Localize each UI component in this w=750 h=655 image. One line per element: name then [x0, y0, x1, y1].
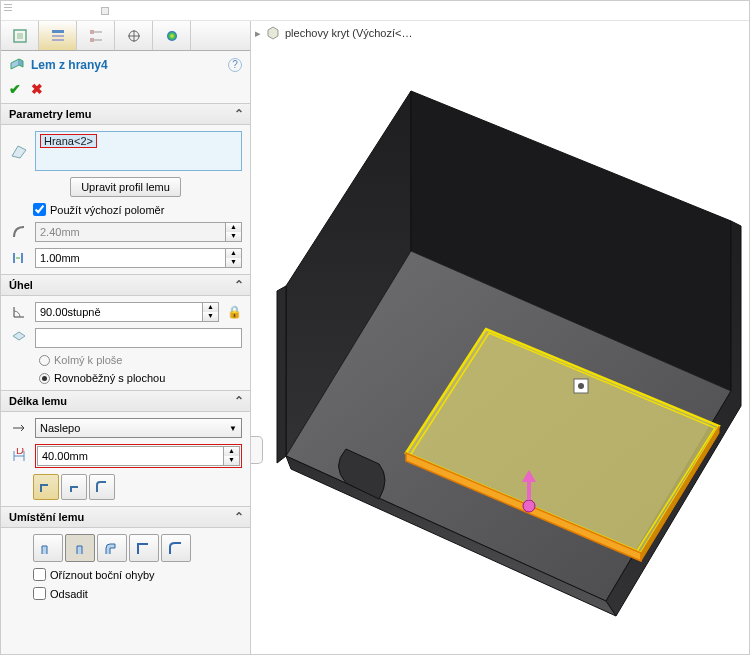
- feature-title: Lem z hrany4: [31, 58, 108, 72]
- edge-flange-icon: [9, 57, 25, 73]
- position-material-outside-button[interactable]: [65, 534, 95, 562]
- svg-point-12: [578, 383, 584, 389]
- use-default-radius-checkbox[interactable]: Použít výchozí poloměr: [9, 203, 242, 216]
- bend-radius-icon: [9, 224, 29, 240]
- svg-rect-4: [52, 39, 64, 41]
- panel-resize-handle[interactable]: [251, 436, 263, 464]
- angle-icon: [9, 304, 29, 320]
- tab-display-manager[interactable]: [153, 21, 191, 50]
- svg-rect-3: [52, 35, 64, 37]
- help-icon[interactable]: ?: [228, 58, 242, 72]
- edit-flange-profile-button[interactable]: Upravit profil lemu: [70, 177, 181, 197]
- position-virtual-sharp-button[interactable]: [129, 534, 159, 562]
- section-flange-parameters-header[interactable]: Parametry lemu ⌃: [1, 103, 250, 125]
- model-preview: [271, 61, 750, 641]
- svg-rect-6: [90, 38, 94, 42]
- flange-length-input[interactable]: [37, 446, 224, 466]
- spinner-buttons[interactable]: ▲▼: [203, 302, 219, 322]
- lock-icon[interactable]: 🔒: [227, 305, 242, 319]
- spinner-buttons[interactable]: ▲▼: [226, 248, 242, 268]
- svg-text:D: D: [16, 448, 24, 456]
- length-ref-outer-virtual-button[interactable]: [33, 474, 59, 500]
- chevron-up-icon: ⌃: [234, 394, 244, 408]
- svg-rect-5: [90, 30, 94, 34]
- window-handle-icon: [101, 7, 109, 15]
- gap-distance-input[interactable]: [35, 248, 226, 268]
- edge-selection-icon: [9, 142, 29, 160]
- breadcrumb-caret-icon[interactable]: ▸: [255, 27, 261, 40]
- section-title: Délka lemu: [9, 395, 67, 407]
- spinner-buttons[interactable]: ▲▼: [224, 446, 240, 466]
- chevron-up-icon: ⌃: [234, 510, 244, 524]
- cancel-button[interactable]: ✖: [31, 81, 43, 97]
- breadcrumb: ▸ plechovy kryt (Výchozí<…: [255, 25, 412, 41]
- position-tangent-button[interactable]: [161, 534, 191, 562]
- edge-selection-list[interactable]: Hrana<2>: [35, 131, 242, 171]
- angle-input[interactable]: [35, 302, 203, 322]
- tab-feature-manager[interactable]: [1, 21, 39, 50]
- section-title: Parametry lemu: [9, 108, 92, 120]
- length-ref-tangent-button[interactable]: [89, 474, 115, 500]
- gap-distance-icon: [9, 250, 29, 266]
- end-condition-icon: [9, 420, 29, 436]
- part-icon: [265, 25, 281, 41]
- chevron-up-icon: ⌃: [234, 278, 244, 292]
- spinner-buttons: ▲▼: [226, 222, 242, 242]
- section-flange-length-header[interactable]: Délka lemu ⌃: [1, 390, 250, 412]
- section-angle-header[interactable]: Úhel ⌃: [1, 274, 250, 296]
- trim-side-bends-checkbox[interactable]: Oříznout boční ohyby: [9, 568, 242, 581]
- svg-point-8: [167, 31, 177, 41]
- section-title: Úhel: [9, 279, 33, 291]
- tab-configuration-manager[interactable]: [77, 21, 115, 50]
- offset-checkbox[interactable]: Odsadit: [9, 587, 242, 600]
- face-select-icon: [9, 330, 29, 346]
- chevron-up-icon: ⌃: [234, 107, 244, 121]
- position-bend-outside-button[interactable]: [97, 534, 127, 562]
- reference-face-input[interactable]: [35, 328, 242, 348]
- length-icon: D: [9, 448, 29, 464]
- graphics-viewport[interactable]: ▸ plechovy kryt (Výchozí<…: [251, 21, 749, 655]
- section-title: Umístění lemu: [9, 511, 84, 523]
- bend-radius-input: [35, 222, 226, 242]
- svg-rect-2: [52, 30, 64, 33]
- svg-rect-1: [17, 33, 23, 39]
- tab-dimxpert[interactable]: [115, 21, 153, 50]
- panel-tabs: [1, 21, 250, 51]
- end-condition-combo[interactable]: Naslepo▼: [35, 418, 242, 438]
- property-manager-panel: Lem z hrany4 ? ✔ ✖ Parametry lemu ⌃ Hran…: [1, 21, 251, 655]
- tab-property-manager[interactable]: [39, 21, 77, 50]
- parallel-radio: Rovnoběžný s plochou: [9, 372, 242, 384]
- section-flange-position-header[interactable]: Umístění lemu ⌃: [1, 506, 250, 528]
- position-material-inside-button[interactable]: [33, 534, 63, 562]
- accept-button[interactable]: ✔: [9, 81, 21, 97]
- selected-edge[interactable]: Hrana<2>: [40, 134, 97, 148]
- chevron-down-icon: ▼: [229, 424, 237, 433]
- svg-point-10: [523, 500, 535, 512]
- perpendicular-radio: Kolmý k ploše: [9, 354, 242, 366]
- length-ref-inner-virtual-button[interactable]: [61, 474, 87, 500]
- breadcrumb-part-name[interactable]: plechovy kryt (Výchozí<…: [285, 27, 412, 39]
